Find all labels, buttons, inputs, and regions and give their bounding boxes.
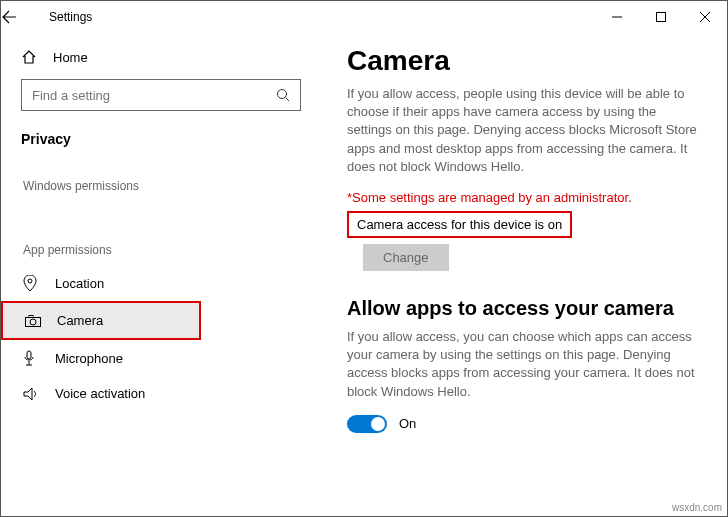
page-description: If you allow access, people using this d… bbox=[347, 85, 701, 176]
apps-description: If you allow access, you can choose whic… bbox=[347, 328, 701, 401]
svg-rect-10 bbox=[27, 351, 31, 359]
window-controls bbox=[595, 1, 727, 33]
home-nav[interactable]: Home bbox=[1, 43, 321, 79]
apps-heading: Allow apps to access your camera bbox=[347, 297, 701, 320]
window-title: Settings bbox=[45, 10, 595, 24]
change-button[interactable]: Change bbox=[363, 244, 449, 271]
category-title: Privacy bbox=[1, 127, 321, 167]
minimize-icon bbox=[612, 12, 622, 22]
close-icon bbox=[700, 12, 710, 22]
svg-rect-9 bbox=[29, 315, 33, 317]
maximize-button[interactable] bbox=[639, 1, 683, 33]
svg-point-4 bbox=[278, 90, 287, 99]
section-windows-permissions: Windows permissions bbox=[1, 167, 321, 201]
nav-voice-activation[interactable]: Voice activation bbox=[1, 376, 321, 411]
minimize-button[interactable] bbox=[595, 1, 639, 33]
admin-note: *Some settings are managed by an adminis… bbox=[347, 190, 701, 205]
content-pane: Camera If you allow access, people using… bbox=[321, 33, 727, 516]
nav-location-label: Location bbox=[55, 276, 104, 291]
nav-location[interactable]: Location bbox=[1, 265, 321, 301]
svg-rect-1 bbox=[657, 12, 666, 21]
location-icon bbox=[23, 275, 41, 291]
titlebar: Settings bbox=[1, 1, 727, 33]
apps-access-toggle[interactable] bbox=[347, 415, 387, 433]
microphone-icon bbox=[23, 350, 41, 366]
maximize-icon bbox=[656, 12, 666, 22]
camera-icon bbox=[25, 315, 43, 327]
search-icon bbox=[276, 88, 290, 102]
nav-microphone[interactable]: Microphone bbox=[1, 340, 321, 376]
nav-voice-label: Voice activation bbox=[55, 386, 145, 401]
nav-microphone-label: Microphone bbox=[55, 351, 123, 366]
page-heading: Camera bbox=[347, 45, 701, 77]
back-button[interactable] bbox=[1, 9, 45, 25]
svg-line-5 bbox=[286, 98, 290, 102]
nav-camera[interactable]: Camera bbox=[1, 301, 201, 340]
sidebar: Home Privacy Windows permissions App per… bbox=[1, 33, 321, 516]
home-label: Home bbox=[53, 50, 88, 65]
voice-icon bbox=[23, 387, 41, 401]
close-button[interactable] bbox=[683, 1, 727, 33]
svg-point-8 bbox=[30, 319, 36, 325]
search-box[interactable] bbox=[21, 79, 301, 111]
toggle-label: On bbox=[399, 416, 416, 431]
search-input[interactable] bbox=[32, 88, 276, 103]
toggle-knob bbox=[371, 417, 385, 431]
attribution: wsxdn.com bbox=[672, 502, 722, 513]
back-arrow-icon bbox=[1, 9, 17, 25]
svg-point-6 bbox=[28, 279, 32, 283]
home-icon bbox=[21, 49, 39, 65]
device-access-status: Camera access for this device is on bbox=[347, 211, 572, 238]
section-app-permissions: App permissions bbox=[1, 231, 321, 265]
nav-camera-label: Camera bbox=[57, 313, 103, 328]
